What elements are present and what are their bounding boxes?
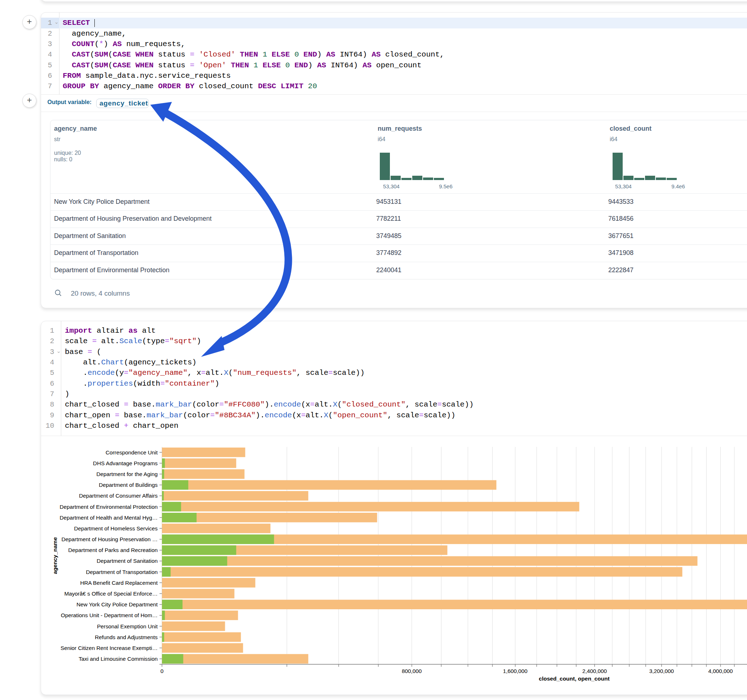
svg-text:Mayorâ€ s Office of Special En: Mayorâ€ s Office of Special Enforce… bbox=[64, 591, 157, 597]
svg-text:New York City Police Departmen: New York City Police Department bbox=[76, 601, 158, 608]
svg-text:Department of Sanitation: Department of Sanitation bbox=[97, 558, 157, 564]
svg-text:Department of Environmental Pr: Department of Environmental Protection bbox=[59, 504, 157, 510]
svg-text:DHS Advantage Programs: DHS Advantage Programs bbox=[93, 460, 158, 466]
svg-text:2,400,000: 2,400,000 bbox=[582, 668, 607, 674]
svg-text:Department of Parks and Recrea: Department of Parks and Recreation bbox=[68, 547, 157, 553]
svg-text:HRA Benefit Card Replacement: HRA Benefit Card Replacement bbox=[80, 580, 158, 586]
svg-text:Department of Homeless Service: Department of Homeless Services bbox=[74, 525, 157, 531]
svg-text:Senior Citizen Rent Increase E: Senior Citizen Rent Increase Exempti… bbox=[60, 645, 157, 651]
svg-text:Department of Transportation: Department of Transportation bbox=[86, 569, 157, 575]
svg-text:Department of Health and Menta: Department of Health and Mental Hyg… bbox=[59, 514, 157, 520]
svg-text:Department for the Aging: Department for the Aging bbox=[96, 471, 157, 477]
svg-text:closed_count, open_count: closed_count, open_count bbox=[539, 676, 609, 682]
svg-text:Operations Unit - Department o: Operations Unit - Department of Hom… bbox=[60, 612, 157, 618]
svg-text:agency_name: agency_name bbox=[51, 537, 57, 574]
svg-text:Correspondence Unit: Correspondence Unit bbox=[105, 450, 157, 456]
svg-text:0: 0 bbox=[160, 668, 163, 674]
svg-text:3,200,000: 3,200,000 bbox=[649, 668, 673, 674]
svg-text:Refunds and Adjustments: Refunds and Adjustments bbox=[95, 634, 158, 640]
svg-text:Department of Housing Preserva: Department of Housing Preservation … bbox=[61, 536, 157, 542]
svg-text:Department of Consumer Affairs: Department of Consumer Affairs bbox=[79, 493, 158, 499]
svg-text:4,000,000: 4,000,000 bbox=[708, 668, 733, 674]
svg-text:Taxi and Limousine Commission: Taxi and Limousine Commission bbox=[79, 656, 157, 662]
svg-text:Department of Buildings: Department of Buildings bbox=[99, 482, 158, 488]
svg-text:800,000: 800,000 bbox=[402, 668, 422, 674]
svg-text:1,600,000: 1,600,000 bbox=[503, 668, 527, 674]
svg-text:Personal Exemption Unit: Personal Exemption Unit bbox=[97, 623, 158, 629]
